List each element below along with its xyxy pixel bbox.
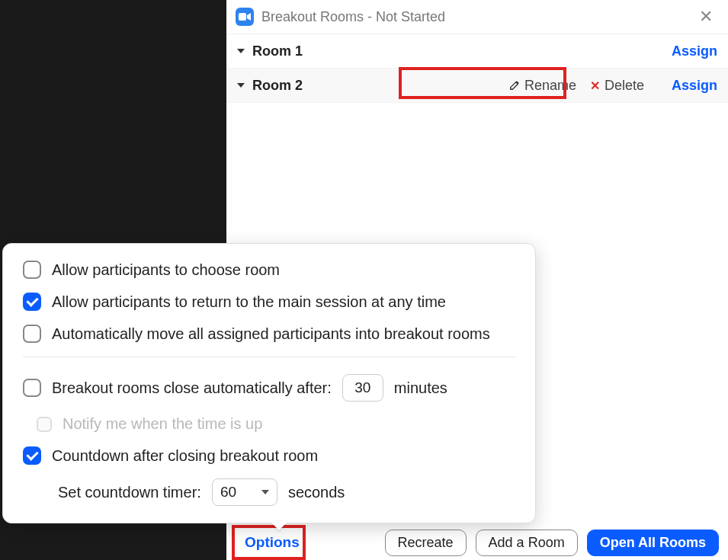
pencil-icon: [509, 80, 520, 91]
rooms-list: Room 1 Assign Room 2 Rename ✕ Delete Ass…: [226, 34, 728, 103]
checkbox[interactable]: [23, 325, 41, 343]
room-name: Room 2: [252, 78, 303, 94]
option-label-post: seconds: [288, 484, 345, 501]
assign-button[interactable]: Assign: [672, 43, 717, 59]
delete-button[interactable]: ✕ Delete: [590, 78, 644, 94]
close-icon[interactable]: ✕: [693, 5, 719, 28]
svg-rect-0: [239, 13, 246, 21]
rename-button[interactable]: Rename: [509, 78, 576, 94]
x-icon: ✕: [590, 78, 600, 93]
chevron-down-icon[interactable]: [237, 49, 245, 53]
option-label: Allow participants to return to the main…: [52, 293, 446, 311]
room-row: Room 1 Assign: [226, 34, 728, 69]
option-label: Allow participants to choose room: [52, 261, 280, 279]
action-bar: Options Recreate Add a Room Open All Roo…: [226, 525, 728, 560]
assign-button[interactable]: Assign: [672, 78, 717, 94]
checkbox[interactable]: [23, 446, 41, 465]
room-row: Room 2 Rename ✕ Delete Assign: [226, 69, 728, 103]
option-label: Countdown after closing breakout room: [52, 447, 318, 465]
option-label-pre: Set countdown timer:: [58, 484, 201, 501]
timer-value: 60: [220, 484, 236, 501]
delete-label: Delete: [605, 78, 644, 94]
window-title: Breakout Rooms - Not Started: [261, 9, 445, 25]
checkbox: [37, 417, 52, 432]
add-room-button[interactable]: Add a Room: [476, 530, 578, 556]
rename-label: Rename: [524, 78, 576, 94]
option-label-post: minutes: [394, 379, 447, 397]
room-name: Room 1: [252, 43, 303, 59]
chevron-down-icon[interactable]: [237, 83, 245, 88]
option-return-main[interactable]: Allow participants to return to the main…: [23, 293, 515, 311]
options-popover: Allow participants to choose room Allow …: [2, 243, 536, 523]
chevron-down-icon: [261, 490, 269, 494]
zoom-logo-icon: [236, 8, 254, 26]
separator: [23, 357, 515, 357]
option-countdown[interactable]: Countdown after closing breakout room: [23, 446, 515, 465]
checkbox[interactable]: [23, 261, 41, 279]
option-label: Notify me when the time is up: [63, 415, 262, 433]
option-notify: Notify me when the time is up: [23, 415, 515, 433]
options-button[interactable]: Options: [236, 530, 309, 555]
minutes-input[interactable]: 30: [342, 374, 383, 402]
option-timer: Set countdown timer: 60 seconds: [23, 478, 515, 506]
checkbox[interactable]: [23, 379, 41, 397]
option-label: Automatically move all assigned particip…: [52, 325, 490, 343]
titlebar: Breakout Rooms - Not Started ✕: [226, 0, 728, 34]
checkbox[interactable]: [23, 293, 41, 311]
option-auto-close[interactable]: Breakout rooms close automatically after…: [23, 374, 515, 402]
option-auto-move[interactable]: Automatically move all assigned particip…: [23, 325, 515, 343]
recreate-button[interactable]: Recreate: [385, 530, 467, 556]
timer-select[interactable]: 60: [212, 478, 277, 506]
open-all-rooms-button[interactable]: Open All Rooms: [587, 530, 719, 556]
option-label-pre: Breakout rooms close automatically after…: [52, 379, 332, 397]
option-choose-room[interactable]: Allow participants to choose room: [23, 261, 515, 279]
